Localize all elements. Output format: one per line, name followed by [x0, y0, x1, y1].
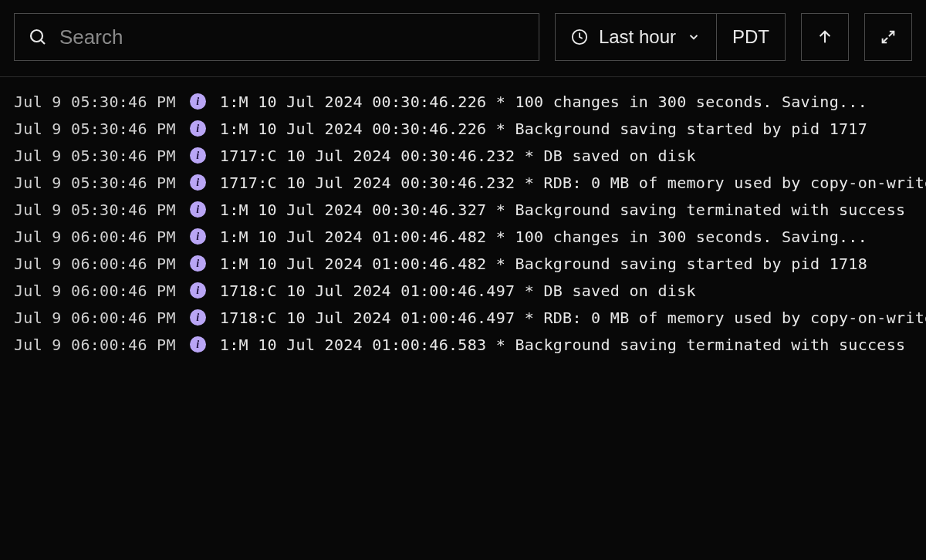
log-row: Jul 9 05:30:46 PMi1717:C 10 Jul 2024 00:…	[14, 142, 912, 169]
log-row: Jul 9 05:30:46 PMi1:M 10 Jul 2024 00:30:…	[14, 88, 912, 115]
log-message: 1:M 10 Jul 2024 01:00:46.482 * 100 chang…	[220, 229, 912, 245]
info-icon: i	[190, 309, 206, 326]
time-range-selector: Last hour PDT	[555, 13, 786, 61]
log-message: 1717:C 10 Jul 2024 00:30:46.232 * DB sav…	[220, 148, 912, 164]
svg-line-1	[41, 40, 45, 44]
expand-icon	[880, 29, 897, 46]
info-icon: i	[190, 147, 206, 164]
info-icon: i	[190, 228, 206, 245]
info-icon: i	[190, 174, 206, 191]
log-timestamp: Jul 9 06:00:46 PM	[14, 256, 176, 272]
log-message: 1717:C 10 Jul 2024 00:30:46.232 * RDB: 0…	[220, 175, 926, 191]
search-box[interactable]	[14, 13, 539, 61]
log-timestamp: Jul 9 05:30:46 PM	[14, 175, 176, 191]
log-row: Jul 9 06:00:46 PMi1718:C 10 Jul 2024 01:…	[14, 304, 912, 331]
time-range-button[interactable]: Last hour	[556, 14, 716, 60]
log-timestamp: Jul 9 06:00:46 PM	[14, 337, 176, 353]
info-icon: i	[190, 120, 206, 137]
toolbar: Last hour PDT	[0, 0, 926, 77]
log-timestamp: Jul 9 06:00:46 PM	[14, 310, 176, 326]
log-message: 1:M 10 Jul 2024 01:00:46.583 * Backgroun…	[220, 337, 912, 353]
log-timestamp: Jul 9 05:30:46 PM	[14, 94, 176, 110]
log-row: Jul 9 06:00:46 PMi1:M 10 Jul 2024 01:00:…	[14, 223, 912, 250]
log-timestamp: Jul 9 05:30:46 PM	[14, 121, 176, 137]
log-timestamp: Jul 9 06:00:46 PM	[14, 283, 176, 299]
log-row: Jul 9 05:30:46 PMi1:M 10 Jul 2024 00:30:…	[14, 196, 912, 223]
timezone-label: PDT	[732, 26, 769, 48]
log-row: Jul 9 05:30:46 PMi1717:C 10 Jul 2024 00:…	[14, 169, 912, 196]
chevron-down-icon	[687, 30, 701, 44]
search-input[interactable]	[59, 25, 525, 49]
log-row: Jul 9 06:00:46 PMi1:M 10 Jul 2024 01:00:…	[14, 250, 912, 277]
info-icon: i	[190, 201, 206, 218]
time-range-label: Last hour	[599, 26, 676, 48]
svg-point-0	[31, 30, 42, 42]
log-timestamp: Jul 9 05:30:46 PM	[14, 202, 176, 218]
log-row: Jul 9 06:00:46 PMi1:M 10 Jul 2024 01:00:…	[14, 331, 912, 358]
log-row: Jul 9 05:30:46 PMi1:M 10 Jul 2024 00:30:…	[14, 115, 912, 142]
info-icon: i	[190, 255, 206, 272]
log-message: 1718:C 10 Jul 2024 01:00:46.497 * RDB: 0…	[220, 310, 926, 326]
log-message: 1:M 10 Jul 2024 00:30:46.226 * 100 chang…	[220, 94, 912, 110]
log-message: 1:M 10 Jul 2024 00:30:46.327 * Backgroun…	[220, 202, 912, 218]
expand-button[interactable]	[864, 13, 912, 61]
log-row: Jul 9 06:00:46 PMi1718:C 10 Jul 2024 01:…	[14, 277, 912, 304]
timezone-button[interactable]: PDT	[717, 14, 785, 60]
log-message: 1:M 10 Jul 2024 01:00:46.482 * Backgroun…	[220, 256, 912, 272]
scroll-top-button[interactable]	[801, 13, 849, 61]
search-icon	[29, 28, 47, 46]
log-timestamp: Jul 9 05:30:46 PM	[14, 148, 176, 164]
clock-icon	[571, 29, 588, 46]
info-icon: i	[190, 336, 206, 353]
info-icon: i	[190, 282, 206, 299]
log-timestamp: Jul 9 06:00:46 PM	[14, 229, 176, 245]
info-icon: i	[190, 93, 206, 110]
log-message: 1:M 10 Jul 2024 00:30:46.226 * Backgroun…	[220, 121, 912, 137]
arrow-up-icon	[816, 29, 833, 46]
log-message: 1718:C 10 Jul 2024 01:00:46.497 * DB sav…	[220, 283, 912, 299]
log-list: Jul 9 05:30:46 PMi1:M 10 Jul 2024 00:30:…	[0, 77, 926, 369]
